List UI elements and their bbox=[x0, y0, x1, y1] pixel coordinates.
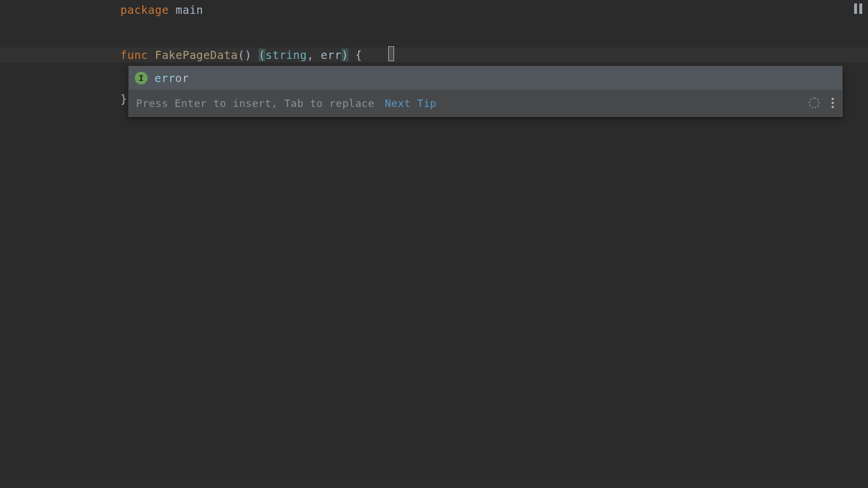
return-type-string: string bbox=[266, 49, 307, 61]
next-tip-link[interactable]: Next Tip bbox=[385, 97, 436, 109]
pause-icon[interactable] bbox=[854, 3, 862, 14]
code-line-5[interactable]: } bbox=[120, 93, 127, 105]
keyword-func: func bbox=[120, 49, 148, 61]
code-line-1[interactable]: package main bbox=[0, 0, 868, 17]
completion-footer: Press Enter to insert, Tab to replace Ne… bbox=[129, 90, 842, 116]
code-editor[interactable]: package main func FakePageData() (string… bbox=[0, 0, 868, 488]
typed-text: err bbox=[321, 49, 341, 61]
more-options-icon[interactable] bbox=[830, 97, 835, 109]
return-open-paren: ( bbox=[259, 49, 266, 61]
loading-spinner-icon bbox=[808, 97, 820, 109]
completion-item[interactable]: I error bbox=[129, 66, 842, 90]
return-close-paren: ) bbox=[341, 49, 348, 61]
keyword-package: package bbox=[120, 3, 169, 16]
params-parens: () bbox=[238, 49, 252, 61]
interface-icon: I bbox=[135, 72, 148, 84]
package-name: main bbox=[176, 3, 204, 16]
completion-hint: Press Enter to insert, Tab to replace bbox=[136, 97, 374, 109]
completion-text: error bbox=[155, 72, 189, 84]
code-line-blank[interactable] bbox=[0, 32, 868, 47]
function-name: FakePageData bbox=[155, 49, 238, 61]
code-line-2[interactable] bbox=[0, 17, 868, 32]
completion-popup: I error Press Enter to insert, Tab to re… bbox=[128, 66, 843, 117]
code-line-3[interactable]: func FakePageData() (string, err) { bbox=[0, 47, 868, 62]
